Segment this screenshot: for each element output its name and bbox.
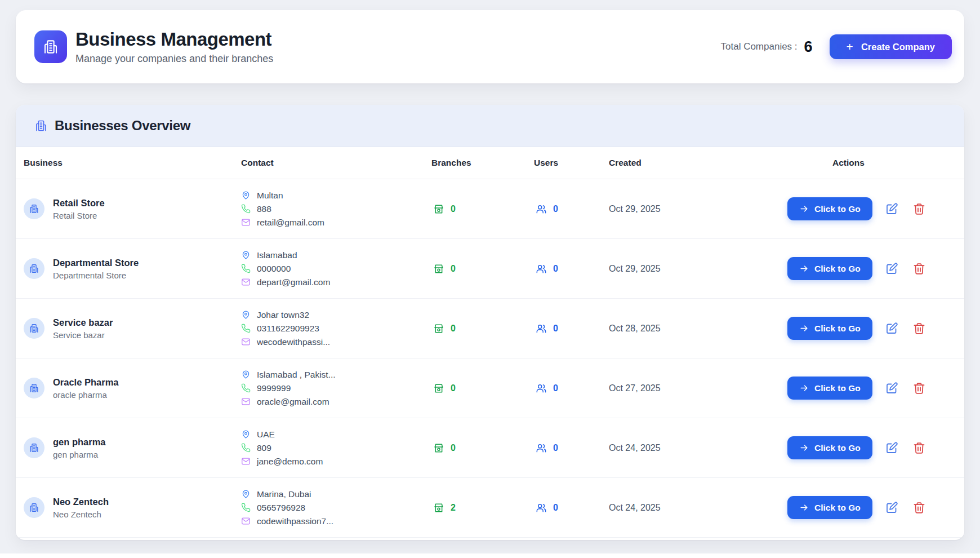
actions-cell: Click to Go	[783, 257, 956, 280]
column-business: Business	[24, 158, 241, 168]
edit-button[interactable]	[883, 499, 900, 516]
contact-location: Johar town32	[241, 310, 431, 320]
branches-count: 2	[451, 503, 456, 513]
click-to-go-label: Click to Go	[814, 204, 861, 214]
edit-button[interactable]	[883, 320, 900, 337]
click-to-go-button[interactable]: Click to Go	[787, 257, 872, 280]
business-cell: Departmental Store Departmental Store	[24, 258, 241, 280]
click-to-go-button[interactable]: Click to Go	[787, 496, 872, 519]
click-to-go-button[interactable]: Click to Go	[787, 377, 872, 400]
arrow-right-icon	[799, 383, 809, 393]
location-text: Marina, Dubai	[257, 489, 311, 499]
edit-button[interactable]	[883, 380, 900, 397]
edit-pencil-icon	[885, 501, 898, 515]
company-names: Departmental Store Departmental Store	[53, 258, 139, 280]
create-company-button[interactable]: + Create Company	[830, 34, 952, 59]
users-cell: 0	[534, 502, 609, 513]
click-to-go-label: Click to Go	[814, 503, 861, 513]
users-icon	[536, 203, 547, 215]
trash-icon	[912, 262, 926, 276]
click-to-go-label: Click to Go	[814, 324, 861, 334]
company-name: Departmental Store	[53, 258, 139, 268]
phone-text: 0311622909923	[257, 324, 319, 334]
edit-pencil-icon	[885, 322, 898, 335]
business-cell: gen pharma gen pharma	[24, 437, 241, 459]
contact-location: Multan	[241, 191, 431, 201]
trash-icon	[912, 441, 926, 455]
email-text: oracle@gmail.com	[257, 397, 329, 407]
company-name: Neo Zentech	[53, 497, 109, 507]
created-cell: Oct 24, 2025	[609, 503, 783, 513]
plus-icon: +	[847, 41, 853, 52]
phone-icon	[241, 204, 251, 214]
column-actions: Actions	[783, 158, 956, 168]
contact-cell: UAE 809 jane@demo.com	[241, 429, 431, 467]
click-to-go-button[interactable]: Click to Go	[787, 436, 872, 459]
table-row: Retail Store Retail Store Multan 888 ret…	[16, 179, 964, 239]
overview-building-icon	[34, 119, 48, 132]
trash-icon	[912, 382, 926, 395]
click-to-go-label: Click to Go	[814, 383, 861, 393]
click-to-go-button[interactable]: Click to Go	[787, 317, 872, 340]
delete-button[interactable]	[911, 260, 928, 277]
delete-button[interactable]	[911, 320, 928, 337]
contact-cell: Islamabad , Pakist... 9999999 oracle@gma…	[241, 370, 431, 407]
overview-title: Businesses Overview	[55, 118, 190, 134]
delete-button[interactable]	[911, 380, 928, 397]
branches-cell: 0	[431, 383, 534, 394]
email-text: jane@demo.com	[257, 457, 323, 467]
users-icon	[536, 263, 547, 274]
total-companies-count: 6	[804, 38, 813, 56]
create-company-label: Create Company	[861, 42, 935, 52]
edit-button[interactable]	[883, 260, 900, 277]
total-companies: Total Companies : 6	[721, 38, 813, 56]
location-pin-icon	[241, 310, 251, 320]
edit-pencil-icon	[885, 262, 898, 276]
location-pin-icon	[241, 429, 251, 439]
company-name: Oracle Pharma	[53, 377, 118, 388]
phone-text: 0565796928	[257, 503, 305, 513]
location-text: Multan	[257, 191, 283, 201]
building-icon	[29, 203, 39, 214]
phone-icon	[241, 324, 251, 333]
table-row: Neo Zentech Neo Zentech Marina, Dubai 05…	[16, 478, 964, 538]
users-count: 0	[553, 264, 558, 274]
users-count: 0	[553, 503, 558, 513]
company-avatar	[24, 198, 44, 219]
contact-email: codewithpassion7...	[241, 516, 431, 526]
edit-pencil-icon	[885, 441, 898, 455]
delete-button[interactable]	[911, 499, 928, 516]
storefront-icon	[433, 323, 444, 334]
users-cell: 0	[534, 323, 609, 334]
table-row: Service bazar Service bazar Johar town32…	[16, 299, 964, 358]
page-header-card: Business Management Manage your companie…	[16, 10, 964, 83]
company-subname: oracle pharma	[53, 390, 118, 400]
users-icon	[536, 383, 547, 394]
table-row: gen pharma gen pharma UAE 809 jane@demo.…	[16, 418, 964, 478]
trash-icon	[912, 202, 926, 216]
business-management-page: Business Management Manage your companie…	[0, 0, 980, 558]
edit-button[interactable]	[883, 201, 900, 218]
actions-cell: Click to Go	[783, 436, 956, 459]
mail-icon	[241, 516, 251, 526]
contact-phone: 888	[241, 204, 431, 214]
building-icon	[29, 502, 39, 513]
contact-email: depart@gmail.com	[241, 277, 431, 287]
edit-button[interactable]	[883, 440, 900, 457]
location-pin-icon	[241, 191, 251, 200]
created-cell: Oct 28, 2025	[609, 324, 783, 334]
contact-cell: Marina, Dubai 0565796928 codewithpassion…	[241, 489, 431, 526]
column-branches: Branches	[431, 158, 534, 168]
click-to-go-button[interactable]: Click to Go	[787, 197, 872, 220]
table-row: Oracle Pharma oracle pharma Islamabad , …	[16, 358, 964, 418]
delete-button[interactable]	[911, 201, 928, 218]
column-contact: Contact	[241, 158, 431, 168]
delete-button[interactable]	[911, 440, 928, 457]
created-cell: Oct 29, 2025	[609, 264, 783, 274]
trash-icon	[912, 322, 926, 335]
branches-count: 0	[451, 443, 456, 453]
users-cell: 0	[534, 383, 609, 394]
business-cell: Oracle Pharma oracle pharma	[24, 377, 241, 400]
contact-cell: Multan 888 retail@gmail.com	[241, 191, 431, 228]
arrow-right-icon	[799, 503, 809, 512]
